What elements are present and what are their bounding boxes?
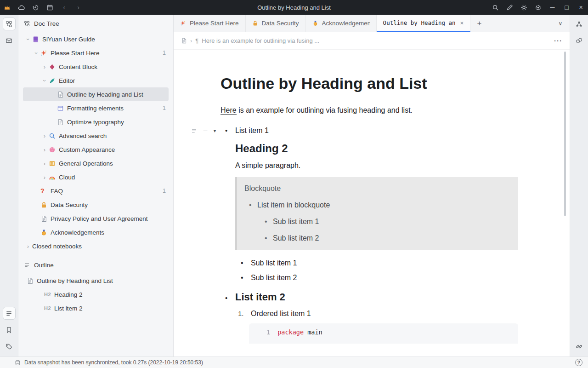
outline-toggle-icon[interactable]	[3, 307, 16, 320]
subdoc-count-badge: 1	[163, 188, 166, 194]
more-options-button[interactable]: ···	[554, 37, 562, 45]
minimize-button[interactable]: ─	[545, 0, 560, 15]
doc-tree-item-please-start-here[interactable]: › Please Start Here 1	[23, 46, 169, 60]
chevron-right-icon[interactable]: ›	[24, 243, 32, 249]
dash-gutter-icon[interactable]: ─	[204, 127, 208, 134]
paragraph-mark-icon: ¶	[195, 37, 198, 44]
editor-scrollbar[interactable]	[564, 52, 566, 216]
blockquote-sub-item-2[interactable]: • Sub list item 2	[244, 234, 511, 242]
doc-label: Advanced search	[59, 132, 166, 139]
blockquote-sub-item-1[interactable]: • Sub list item 1	[244, 218, 511, 226]
doc-label: General Operations	[59, 160, 166, 167]
doc-tree-item-data-security[interactable]: Data Security	[23, 198, 169, 212]
global-graph-icon[interactable]	[573, 34, 586, 47]
doc-label: Custom Appearance	[59, 146, 166, 153]
tab-please-start-here[interactable]: Please Start Here	[174, 15, 246, 32]
here-link[interactable]: Here	[220, 106, 237, 115]
data-history-icon[interactable]	[28, 0, 43, 15]
cloud-sync-icon[interactable]	[14, 0, 28, 15]
document-icon[interactable]	[181, 38, 187, 44]
document-title[interactable]: Outline by Heading and List	[220, 75, 518, 92]
forward-button[interactable]: ›	[71, 0, 85, 15]
doc-tree-item-formatting-elements[interactable]: Formatting elements 1	[23, 101, 169, 115]
doc-tree-item-optimize-typography[interactable]: Optimize typography	[23, 115, 169, 129]
titlebar: Outline by Heading and List ‹ › ─ □ ×	[0, 0, 588, 15]
tab-label: Outline by Heading and List	[383, 19, 455, 26]
bullet: •	[249, 201, 257, 209]
blockquote-text[interactable]: Blockquote	[244, 184, 511, 193]
doc-tree-toggle-icon[interactable]	[3, 17, 16, 30]
code-block[interactable]: 1package main	[249, 323, 518, 344]
search-icon[interactable]	[488, 0, 503, 15]
sidebar: Doc Tree › SiYuan User Guide › Please St…	[18, 15, 174, 356]
document-icon	[27, 277, 37, 284]
backlinks-link-icon[interactable]	[573, 340, 586, 353]
blockquote-list-item[interactable]: • List item in blockquote	[244, 201, 511, 209]
doc-tree-item-siyuan-user-guide[interactable]: › SiYuan User Guide	[23, 32, 169, 46]
blockquote-sub-item-text: Sub list item 1	[273, 218, 319, 226]
list-item-1-text[interactable]: List item 1	[235, 126, 269, 135]
collapse-caret-icon[interactable]: ▾	[214, 128, 216, 133]
ordered-list-item[interactable]: 1. Ordered list item 1	[235, 310, 518, 318]
breadcrumb-text[interactable]: Here is an example for outlining via fus…	[202, 37, 319, 44]
tab-data-security[interactable]: Data Security	[246, 15, 306, 32]
maximize-button[interactable]: □	[560, 0, 574, 15]
graph-view-icon[interactable]	[573, 17, 586, 30]
tab-list-menu-button[interactable]: ∨	[551, 15, 570, 32]
doc-label: Outline by Heading and List	[67, 91, 166, 98]
settings-gear-icon[interactable]	[531, 0, 545, 15]
outline-item-list-item-2[interactable]: H2 List item 2	[23, 301, 169, 315]
sub-list-item-1[interactable]: • Sub list item 1	[235, 259, 518, 267]
doc-tree-item-closed-notebooks[interactable]: › Closed notebooks	[23, 239, 169, 253]
bullet: •	[241, 274, 251, 282]
chevron-right-icon[interactable]: ›	[40, 133, 49, 139]
chevron-right-icon[interactable]: ›	[40, 174, 49, 180]
doc-tree-panel-header[interactable]: Doc Tree	[18, 15, 173, 32]
back-button[interactable]: ‹	[57, 0, 71, 15]
outline-item-heading-2[interactable]: H2 Heading 2	[23, 288, 169, 301]
app-window: Outline by Heading and List ‹ › ─ □ ×	[0, 0, 588, 368]
chevron-down-icon[interactable]: ›	[25, 35, 31, 43]
sub-list-item-2[interactable]: • Sub list item 2	[235, 274, 518, 282]
chevron-down-icon[interactable]: ›	[34, 49, 40, 57]
doc-tree-item-cloud[interactable]: › Cloud	[23, 170, 169, 184]
tab-close-icon[interactable]: ×	[460, 19, 464, 26]
list-gutter-icon[interactable]	[191, 128, 197, 134]
doc-tree-item-acknowledgements[interactable]: Acknowledgements	[23, 225, 169, 239]
intro-paragraph[interactable]: Here is an example for outlining via fus…	[220, 106, 518, 115]
tab-acknowledgements[interactable]: Acknowledgements	[306, 15, 377, 32]
doc-tree-item-outline-by-heading-and-list[interactable]: Outline by Heading and List	[23, 87, 169, 101]
bullet: •	[265, 234, 273, 242]
doc-tree-item-advanced-search[interactable]: › Advanced search	[23, 129, 169, 143]
daily-note-calendar-icon[interactable]	[43, 0, 57, 15]
workspace-crown-icon[interactable]	[0, 0, 14, 15]
bookmark-icon[interactable]	[3, 323, 16, 336]
titlebar-left-buttons: ‹ ›	[0, 0, 85, 15]
help-button[interactable]: ?	[575, 359, 582, 366]
doc-tree-item-faq[interactable]: ? FAQ 1	[23, 184, 169, 198]
heading-2[interactable]: Heading 2	[235, 142, 518, 155]
doc-tree-item-general-operations[interactable]: › General Operations	[23, 156, 169, 170]
simple-paragraph[interactable]: A simple paragraph.	[235, 161, 518, 170]
doc-tree-item-editor[interactable]: › Editor	[23, 74, 169, 87]
subdoc-count-badge: 1	[163, 105, 166, 111]
chevron-right-icon[interactable]: ›	[40, 147, 49, 153]
outline-panel-header[interactable]: Outline	[18, 256, 173, 274]
close-button[interactable]: ×	[574, 0, 588, 15]
list-item-2-heading[interactable]: List item 2	[235, 291, 285, 303]
tag-icon[interactable]	[3, 340, 16, 353]
theme-sun-icon[interactable]	[517, 0, 531, 15]
chevron-right-icon[interactable]: ›	[40, 161, 49, 167]
outline-item-doc[interactable]: Outline by Heading and List	[23, 274, 169, 288]
doc-tree-item-content-block[interactable]: › Content Block	[23, 60, 169, 74]
rainbow-icon	[49, 174, 59, 181]
chevron-down-icon[interactable]: ›	[42, 76, 48, 85]
new-tab-button[interactable]: +	[470, 15, 488, 32]
tab-outline-by-heading-and-list[interactable]: Outline by Heading and List ×	[377, 15, 471, 32]
doc-tree-item-custom-appearance[interactable]: › Custom Appearance	[23, 143, 169, 156]
chevron-right-icon[interactable]: ›	[40, 64, 49, 70]
edit-pencil-icon[interactable]	[503, 0, 517, 15]
inbox-mail-icon[interactable]	[3, 34, 16, 47]
palette-icon	[49, 146, 59, 153]
doc-tree-item-privacy-policy[interactable]: Privacy Policy and User Agreement	[23, 212, 169, 225]
